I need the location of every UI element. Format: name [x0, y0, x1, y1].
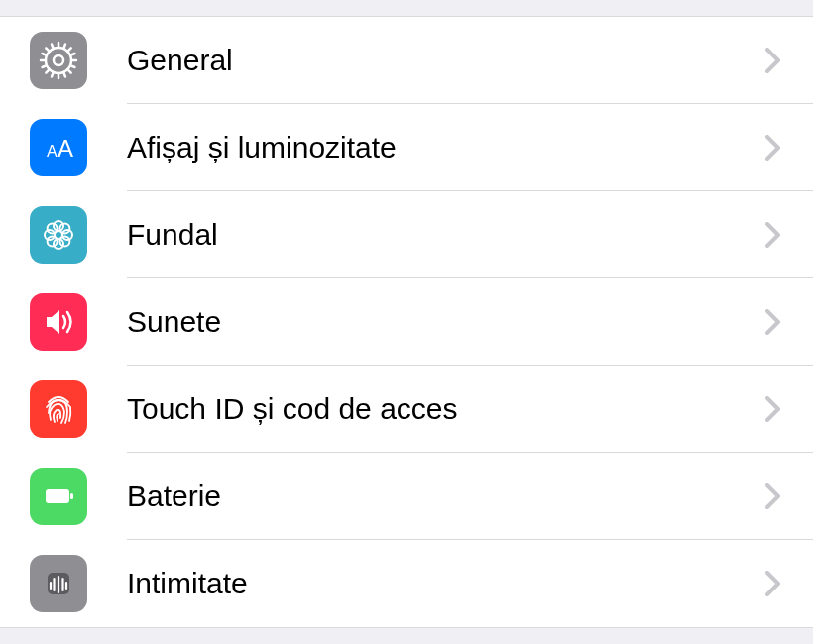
svg-line-6	[46, 48, 50, 52]
svg-line-17	[70, 65, 75, 67]
svg-point-1	[54, 55, 63, 65]
sound-icon	[30, 293, 87, 351]
row-label: Baterie	[127, 480, 765, 513]
chevron-right-icon	[765, 48, 781, 73]
svg-point-24	[62, 230, 72, 240]
fingerprint-icon	[30, 380, 87, 438]
chevron-right-icon	[765, 222, 781, 248]
svg-line-16	[43, 54, 48, 55]
svg-line-8	[46, 69, 50, 73]
svg-point-21	[54, 221, 63, 231]
svg-line-10	[52, 45, 54, 50]
battery-icon	[30, 468, 87, 525]
svg-rect-30	[70, 493, 73, 499]
svg-line-15	[52, 72, 54, 77]
settings-row-privacy[interactable]: Intimitate	[0, 540, 813, 627]
settings-row-wallpaper[interactable]: Fundal	[0, 191, 813, 278]
svg-line-11	[63, 72, 65, 77]
chevron-right-icon	[765, 309, 781, 335]
settings-row-touchid[interactable]: Touch ID și cod de acces	[0, 366, 813, 453]
settings-row-sounds[interactable]: Sunete	[0, 278, 813, 366]
settings-row-display[interactable]: A A Afișaj și luminozitate	[0, 104, 813, 191]
gear-icon	[30, 32, 87, 89]
chevron-right-icon	[765, 483, 781, 509]
row-label: Sunete	[127, 305, 765, 339]
svg-line-13	[70, 54, 75, 55]
settings-row-general[interactable]: General	[0, 17, 813, 104]
svg-rect-29	[46, 489, 69, 503]
svg-line-14	[63, 45, 65, 50]
svg-point-27	[48, 236, 58, 246]
text-size-icon: A A	[30, 119, 87, 176]
svg-point-26	[59, 224, 69, 234]
wallpaper-icon	[30, 206, 87, 264]
row-label: Touch ID și cod de acces	[127, 392, 765, 426]
svg-point-23	[45, 230, 55, 240]
row-label: Intimitate	[127, 567, 765, 600]
chevron-right-icon	[765, 135, 781, 161]
svg-line-9	[67, 48, 71, 52]
privacy-icon	[30, 555, 87, 612]
svg-line-7	[67, 69, 71, 73]
row-label: General	[127, 44, 765, 77]
chevron-right-icon	[765, 571, 781, 596]
settings-row-battery[interactable]: Baterie	[0, 453, 813, 540]
svg-point-22	[54, 239, 63, 249]
row-label: Afișaj și luminozitate	[127, 131, 765, 164]
row-label: Fundal	[127, 218, 765, 252]
chevron-right-icon	[765, 396, 781, 422]
svg-line-12	[43, 65, 48, 67]
settings-list: General A A Afișaj și luminozitate	[0, 16, 813, 628]
svg-point-28	[59, 236, 69, 246]
svg-point-25	[48, 224, 58, 234]
svg-text:A: A	[58, 135, 73, 161]
svg-text:A: A	[47, 143, 58, 160]
